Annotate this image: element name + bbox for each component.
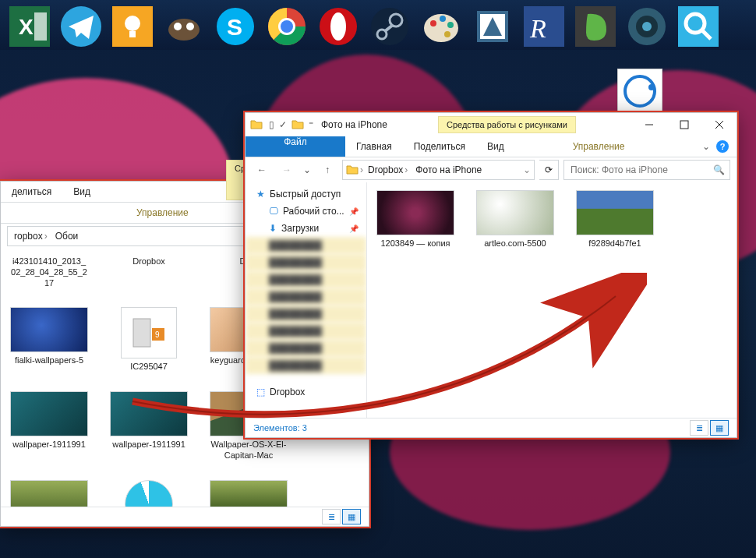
- taskbar-app-tips[interactable]: [109, 3, 156, 50]
- svg-text:X: X: [19, 15, 34, 39]
- nav-item-blurred[interactable]: ████████: [246, 237, 366, 254]
- svg-point-26: [447, 22, 454, 28]
- folder-icon: [346, 164, 359, 176]
- svg-point-7: [168, 19, 200, 41]
- dropbox-icon: ⬚: [256, 387, 265, 397]
- ribbon-tabs: Файл Главная Поделиться Вид Управление ⌄…: [246, 136, 737, 157]
- nav-back-button[interactable]: ←: [252, 160, 272, 180]
- taskbar-app-opera[interactable]: [315, 3, 362, 50]
- svg-text:S: S: [227, 14, 242, 40]
- navigation-pane[interactable]: ★Быстрый доступ 🖵Рабочий сто...📌 ⬇Загруз…: [246, 182, 367, 418]
- close-button[interactable]: [701, 113, 737, 136]
- chevron-down-icon[interactable]: ⌄: [523, 164, 531, 175]
- nav-downloads[interactable]: ⬇Загрузки📌: [246, 220, 366, 237]
- taskbar-app-excel[interactable]: X: [6, 3, 53, 50]
- nav-item-blurred[interactable]: ████████: [246, 340, 366, 357]
- file-item[interactable]: i423101410_2013_02_28_04_28_55_217: [10, 256, 88, 288]
- address-bar: ← → ⌄ ↑ › Dropbox› Фото на iPhone ⌄ ⟳ 🔍: [246, 157, 737, 182]
- taskbar-app-evernote[interactable]: [572, 3, 619, 50]
- nav-recent-button[interactable]: ⌄: [302, 160, 313, 180]
- svg-rect-2: [34, 12, 47, 41]
- svg-point-27: [444, 31, 450, 37]
- taskbar-app-camera[interactable]: [624, 3, 670, 50]
- file-item[interactable]: wallpapers-nature-1: [10, 480, 88, 507]
- nav-forward-button[interactable]: →: [277, 160, 297, 180]
- taskbar-app-gimp[interactable]: [161, 3, 207, 50]
- file-item[interactable]: 9IC295047: [110, 307, 188, 373]
- nav-item-blurred[interactable]: ████████: [246, 323, 366, 340]
- svg-rect-39: [133, 319, 150, 347]
- file-item[interactable]: artleo.com-5500: [476, 190, 554, 249]
- taskbar-app-paint[interactable]: [418, 3, 465, 50]
- file-item[interactable]: [210, 480, 288, 507]
- view-icons-button[interactable]: ▦: [710, 420, 729, 436]
- nav-item-blurred[interactable]: ████████: [246, 305, 366, 323]
- breadcrumb-seg[interactable]: Обои: [52, 231, 82, 242]
- help-button[interactable]: ?: [716, 140, 729, 153]
- file-item[interactable]: fialki-wallpapers-5: [10, 307, 88, 373]
- taskbar-app-revo[interactable]: R: [521, 3, 567, 50]
- thumbnail: [125, 480, 173, 507]
- ribbon-tab-file[interactable]: Файл: [246, 136, 345, 157]
- svg-point-25: [440, 16, 446, 22]
- view-icons-button[interactable]: ▦: [342, 509, 361, 524]
- file-item[interactable]: f9289d4b7fe1: [576, 190, 654, 249]
- svg-rect-43: [680, 121, 688, 129]
- thumbnail: [476, 190, 554, 235]
- ribbon-tab-view[interactable]: Вид: [62, 182, 101, 202]
- nav-dropbox[interactable]: ⬚Dropbox: [246, 383, 366, 401]
- breadcrumb-seg[interactable]: Фото на iPhone: [412, 164, 485, 175]
- nav-up-button[interactable]: ↑: [317, 160, 337, 180]
- ribbon-tab-share[interactable]: делиться: [1, 182, 62, 202]
- nav-item-blurred[interactable]: ████████: [246, 357, 366, 374]
- view-details-button[interactable]: ≣: [690, 420, 708, 436]
- breadcrumb[interactable]: › Dropbox› Фото на iPhone ⌄: [342, 160, 535, 180]
- svg-point-8: [174, 23, 182, 30]
- taskbar-app-telegram[interactable]: [58, 3, 104, 50]
- ribbon-tab-share[interactable]: Поделиться: [403, 136, 476, 157]
- status-bar: ≣ ▦: [1, 507, 369, 526]
- taskbar-app-chrome[interactable]: [263, 3, 310, 50]
- refresh-button[interactable]: ⟳: [539, 160, 559, 180]
- nav-quick-access[interactable]: ★Быстрый доступ: [246, 185, 366, 203]
- taskbar-app-steam[interactable]: [366, 3, 413, 50]
- ribbon-tab-home[interactable]: Главная: [345, 136, 403, 157]
- explorer-window-iphone-photos: ▯ ✓ ⁼ Фото на iPhone Средства работы с р…: [245, 112, 737, 438]
- file-pane[interactable]: 1203849 — копия artleo.com-5500 f9289d4b…: [367, 182, 737, 418]
- thumbnail: 9: [121, 307, 177, 358]
- desktop-file-icon[interactable]: [617, 69, 662, 114]
- taskbar-app-search[interactable]: [675, 3, 722, 50]
- breadcrumb-seg[interactable]: ropbox›: [11, 231, 51, 242]
- ribbon-tab-manage[interactable]: Управление: [562, 136, 636, 157]
- file-item[interactable]: 1203849 — копия: [376, 190, 454, 249]
- file-item[interactable]: wallpaper-1911991: [110, 391, 188, 461]
- nav-item-blurred[interactable]: ████████: [246, 288, 366, 305]
- file-item[interactable]: [110, 480, 188, 507]
- taskbar-app-skype[interactable]: S: [212, 3, 259, 50]
- search-input[interactable]: 🔍: [563, 160, 730, 180]
- thumbnail: [110, 391, 188, 436]
- qat-check-icon[interactable]: ✓: [279, 119, 287, 130]
- svg-rect-6: [129, 31, 136, 37]
- ribbon-tab-view[interactable]: Вид: [476, 136, 515, 157]
- ribbon-tab-manage[interactable]: Управление: [125, 207, 200, 218]
- svg-point-24: [430, 20, 436, 26]
- nav-item-blurred[interactable]: ████████: [246, 271, 366, 288]
- qat-properties-icon[interactable]: ▯: [269, 119, 274, 130]
- taskbar-app-reader[interactable]: [469, 3, 516, 50]
- qat-dropdown-icon[interactable]: ⁼: [309, 119, 313, 130]
- file-item[interactable]: wallpaper-1911991: [10, 391, 88, 461]
- svg-text:R: R: [529, 14, 546, 43]
- minimize-button[interactable]: [631, 113, 666, 136]
- pin-icon: 📌: [349, 207, 359, 216]
- view-details-button[interactable]: ≣: [322, 509, 341, 524]
- search-icon[interactable]: 🔍: [713, 164, 725, 175]
- breadcrumb-seg[interactable]: Dropbox›: [365, 164, 411, 175]
- file-item[interactable]: Dropbox: [110, 256, 188, 288]
- svg-point-18: [330, 12, 346, 41]
- nav-desktop[interactable]: 🖵Рабочий сто...📌: [246, 203, 366, 220]
- nav-item-blurred[interactable]: ████████: [246, 254, 366, 271]
- svg-point-16: [281, 20, 293, 33]
- maximize-button[interactable]: [666, 113, 701, 136]
- ribbon-collapse-icon[interactable]: ⌄: [702, 141, 710, 152]
